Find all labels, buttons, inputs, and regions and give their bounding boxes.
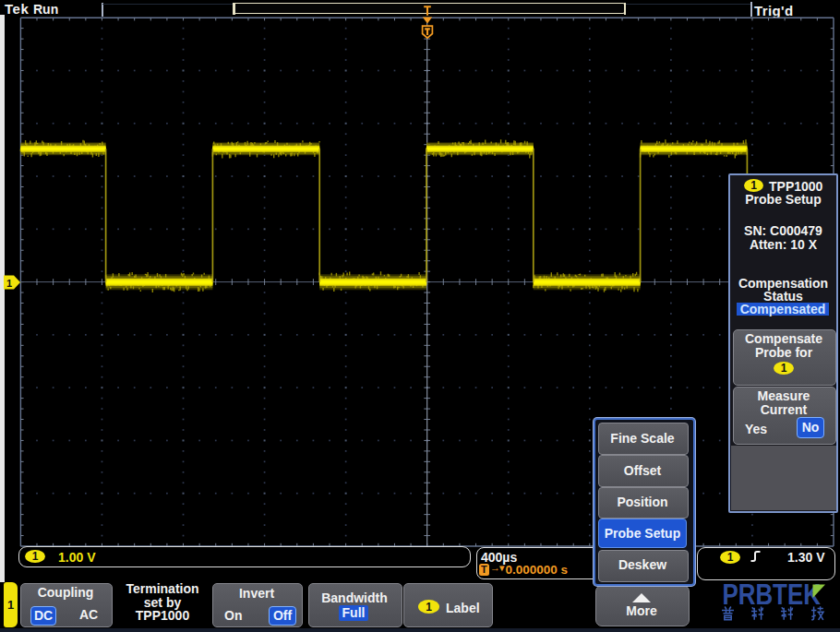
svg-text:PRBTEK: PRBTEK xyxy=(722,581,821,611)
svg-text:1: 1 xyxy=(6,278,12,289)
